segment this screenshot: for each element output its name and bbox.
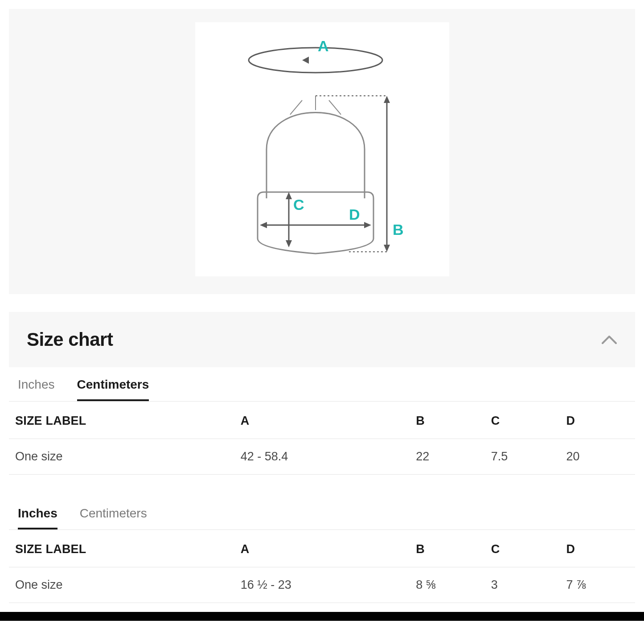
svg-marker-8 xyxy=(286,192,292,199)
unit-tabs-cm-block: Inches Centimeters xyxy=(9,367,635,401)
col-c: C xyxy=(485,403,560,439)
col-a: A xyxy=(234,403,410,439)
svg-marker-9 xyxy=(286,240,292,247)
beanie-diagram: A B C D xyxy=(215,33,429,265)
size-chart-panel: Size chart Inches Centimeters SIZE LABEL… xyxy=(9,312,635,475)
tab-centimeters[interactable]: Centimeters xyxy=(80,506,147,530)
tab-inches[interactable]: Inches xyxy=(18,377,55,401)
chevron-up-icon[interactable] xyxy=(601,332,617,348)
svg-marker-11 xyxy=(260,222,267,228)
cell-d: 20 xyxy=(560,439,635,474)
unit-tabs-in-block: Inches Centimeters xyxy=(9,496,635,530)
cell-c: 7.5 xyxy=(485,439,560,474)
diagram-panel: A B C D xyxy=(9,9,635,294)
table-row: One size 16 ½ - 23 8 ⅝ 3 7 ⅞ xyxy=(9,567,635,603)
diagram-label-b: B xyxy=(393,221,404,238)
svg-point-0 xyxy=(249,48,382,73)
tab-inches[interactable]: Inches xyxy=(18,506,57,530)
size-chart-inches-block: Inches Centimeters SIZE LABEL A B C D On… xyxy=(9,496,635,603)
cell-b: 22 xyxy=(410,439,485,474)
svg-marker-6 xyxy=(384,245,390,252)
col-c: C xyxy=(485,532,560,567)
col-d: D xyxy=(560,532,635,567)
footer-bar xyxy=(0,612,644,621)
size-chart-title: Size chart xyxy=(27,329,113,350)
svg-marker-1 xyxy=(302,57,309,64)
cell-d: 7 ⅞ xyxy=(560,567,635,603)
cell-label: One size xyxy=(9,439,234,474)
diagram-label-d: D xyxy=(349,206,360,223)
size-table-centimeters: SIZE LABEL A B C D One size 42 - 58.4 22… xyxy=(9,403,635,475)
svg-marker-5 xyxy=(384,96,390,103)
col-a: A xyxy=(234,532,410,567)
svg-marker-12 xyxy=(364,222,371,228)
cell-b: 8 ⅝ xyxy=(410,567,485,603)
table-row: One size 42 - 58.4 22 7.5 20 xyxy=(9,439,635,474)
diagram-label-a: A xyxy=(318,37,329,54)
col-d: D xyxy=(560,403,635,439)
col-b: B xyxy=(410,532,485,567)
cell-c: 3 xyxy=(485,567,560,603)
col-size-label: SIZE LABEL xyxy=(9,532,234,567)
diagram-box: A B C D xyxy=(195,22,449,276)
cell-a: 42 - 58.4 xyxy=(234,439,410,474)
col-size-label: SIZE LABEL xyxy=(9,403,234,439)
size-chart-header[interactable]: Size chart xyxy=(9,312,635,367)
size-table-inches: SIZE LABEL A B C D One size 16 ½ - 23 8 … xyxy=(9,532,635,603)
col-b: B xyxy=(410,403,485,439)
diagram-label-c: C xyxy=(293,196,304,213)
tab-centimeters[interactable]: Centimeters xyxy=(77,377,149,401)
cell-label: One size xyxy=(9,567,234,603)
cell-a: 16 ½ - 23 xyxy=(234,567,410,603)
